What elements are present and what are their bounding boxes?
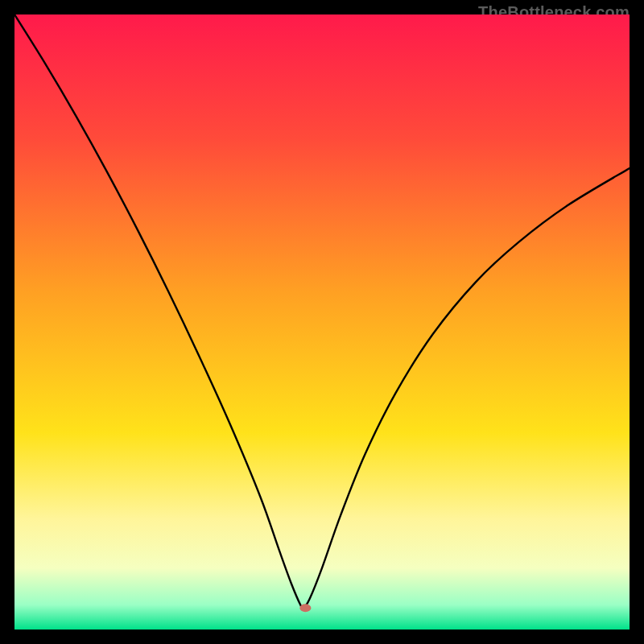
- chart-background: [14, 14, 630, 630]
- chart-svg: [14, 14, 630, 630]
- chart-frame: TheBottleneck.com: [0, 0, 644, 644]
- min-marker: [299, 604, 311, 612]
- chart-plot-area: [14, 14, 630, 630]
